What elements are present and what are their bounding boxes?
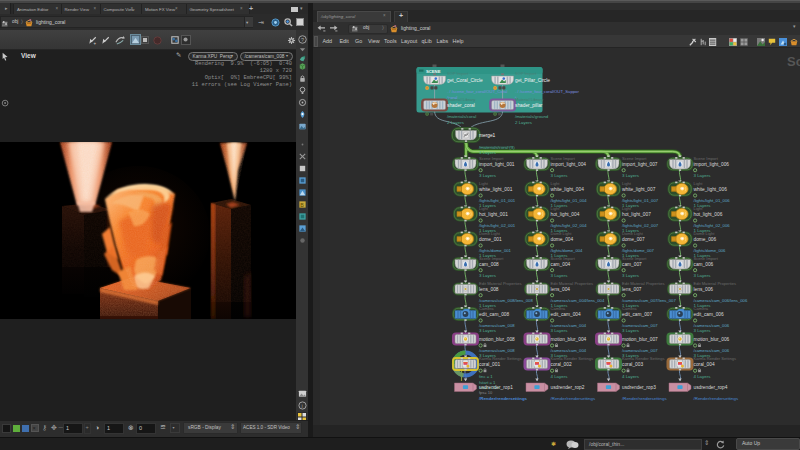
svg-text:import_light_004: import_light_004 [551,162,587,167]
svg-text:/cameras/cam_004: /cameras/cam_004 [551,323,587,328]
svg-text:Light: Light [622,181,632,186]
svg-text:Light: Light [551,206,561,211]
svg-text:3 Layers: 3 Layers [694,273,712,278]
svg-text:white_light_001: white_light_001 [479,187,513,192]
svg-text:3 Layers: 3 Layers [622,173,640,178]
svg-text:lens_006: lens_006 [694,287,714,292]
svg-text:3 Layers: 3 Layers [622,273,640,278]
svg-text:hot_light_004: hot_light_004 [551,212,580,217]
svg-text:/cameras/cam_004: /cameras/cam_004 [551,348,587,353]
svg-text:3 Layers: 3 Layers [694,328,712,333]
svg-text:dome_006: dome_006 [694,237,717,242]
svg-text:B: B [300,202,304,208]
svg-text:/lights/light_02_006: /lights/light_02_006 [694,223,731,228]
svg-text:3 Layers: 3 Layers [479,173,497,178]
svg-text:/lights/dome_007: /lights/dome_007 [622,248,655,253]
svg-text:fps= 10: fps= 10 [479,390,493,395]
svg-text:dome_001: dome_001 [479,237,502,242]
svg-text:cam_007: cam_007 [622,262,642,267]
svg-text:get_Coral_Circle: get_Coral_Circle [447,78,483,83]
svg-text:Edit Material Properties: Edit Material Properties [622,281,665,286]
svg-text:/cameras/cam_008: /cameras/cam_008 [479,323,515,328]
svg-text:/Render/rendersettings: /Render/rendersettings [479,396,528,401]
svg-text:Camera: Camera [622,306,637,311]
svg-text:coral_004: coral_004 [694,362,715,367]
svg-text:3 Layers: 3 Layers [551,273,569,278]
svg-text:cam_006: cam_006 [694,262,714,267]
svg-text:/lights/dome_001: /lights/dome_001 [479,248,512,253]
svg-text:edit_cam_008: edit_cam_008 [479,312,509,317]
svg-text:3 Layers: 3 Layers [694,173,712,178]
svg-text:Scene Import: Scene Import [479,156,504,161]
svg-text:shader_pillar: shader_pillar [515,103,543,108]
svg-text:Light: Light [551,181,561,186]
svg-text:Material Library: Material Library [447,97,476,102]
svg-text:3 Layers: 3 Layers [551,173,569,178]
svg-text:white_light_006: white_light_006 [694,187,728,192]
svg-text:?: ? [301,36,304,42]
svg-text:hot_light_006: hot_light_006 [694,212,723,217]
svg-text:Scene Import: Scene Import [551,256,576,261]
svg-text:usdrender_rop3: usdrender_rop3 [622,385,656,390]
svg-text:3 Layers: 3 Layers [551,328,569,333]
svg-text:/cameras/cam_006: /cameras/cam_006 [694,323,730,328]
svg-text:motion_blur_004: motion_blur_004 [551,337,587,342]
svg-text:/Render/rendersettings: /Render/rendersettings [622,396,667,401]
svg-text:Dome Light: Dome Light [551,231,573,236]
svg-text:edit_cam_007: edit_cam_007 [622,312,652,317]
svg-text:Karma Render Settings: Karma Render Settings [479,356,522,361]
svg-text:Light: Light [694,181,704,186]
svg-text:Scene Import: Scene Import [622,256,647,261]
svg-text:2 Layers: 2 Layers [447,120,465,125]
svg-text:4 Layers: 4 Layers [622,374,640,379]
svg-text:edit_cam_004: edit_cam_004 [551,312,581,317]
svg-text:. / /scene_four_coral/OUT_Cora: . / /scene_four_coral/OUT_Coral [447,89,507,94]
svg-text:/cameras/cam_007: /cameras/cam_007 [622,323,658,328]
svg-text:Camera: Camera [551,306,566,311]
svg-text:dome_007: dome_007 [622,237,645,242]
svg-text:lens_008: lens_008 [479,287,499,292]
svg-text:Dome Light: Dome Light [694,231,716,236]
svg-text:white_light_004: white_light_004 [551,187,585,192]
svg-text:+: + [93,41,96,45]
svg-text:shader_coral: shader_coral [447,103,475,108]
svg-text:Edit Material Properties: Edit Material Properties [479,281,522,286]
svg-text:/lights/dome_004: /lights/dome_004 [551,248,584,253]
svg-text:/cameras/cam_008/lens_008: /cameras/cam_008/lens_008 [479,298,533,303]
svg-text:Dome Light: Dome Light [479,231,501,236]
svg-text:motion_blur_006: motion_blur_006 [694,337,730,342]
svg-text:Camera: Camera [694,306,709,311]
svg-text:/cameras/cam_007: /cameras/cam_007 [622,348,658,353]
svg-text:/cameras/cam_006/lens_006: /cameras/cam_006/lens_006 [694,298,748,303]
svg-text:/lights/light_02_007: /lights/light_02_007 [622,223,659,228]
svg-text:cam_004: cam_004 [551,262,571,267]
svg-text:lens_004: lens_004 [551,287,571,292]
svg-text:3 Layers: 3 Layers [479,328,497,333]
svg-text:/lights/light_02_001: /lights/light_02_001 [479,223,516,228]
svg-text:3 Layers: 3 Layers [479,273,497,278]
svg-text:. / /scene_four_coral/OUT_Supp: . / /scene_four_coral/OUT_Suppor [515,89,579,94]
svg-text:/materials/coral: /materials/coral [447,114,476,119]
svg-text:/materials/ground: /materials/ground [515,114,549,119]
svg-text:import_light_001: import_light_001 [479,162,515,167]
svg-text:Camera: Camera [479,306,494,311]
svg-text:/lights/light_01_004: /lights/light_01_004 [551,198,588,203]
svg-text:Edit Material Properties: Edit Material Properties [551,281,594,286]
svg-text:Scene Import: Scene Import [479,256,504,261]
svg-text:i: i [301,403,302,409]
svg-text:Scene Import: Scene Import [622,156,647,161]
svg-text:Light: Light [479,206,489,211]
svg-text:Scene Import: Scene Import [694,256,719,261]
svg-text:merge1: merge1 [479,133,496,138]
svg-text:dome_004: dome_004 [551,237,574,242]
svg-text:get_Pillar_Circle: get_Pillar_Circle [515,78,550,83]
svg-text:motion_blur_008: motion_blur_008 [479,337,515,342]
svg-text:usdrender_rop4: usdrender_rop4 [694,385,728,390]
svg-text:SCENE: SCENE [426,69,441,74]
svg-text:coral_003: coral_003 [622,362,643,367]
svg-text:/cameras/cam_007/lens_007: /cameras/cam_007/lens_007 [622,298,676,303]
svg-text:/lights/light_01_001: /lights/light_01_001 [479,198,516,203]
svg-text:coral_002: coral_002 [551,362,572,367]
svg-text:Dome Light: Dome Light [622,231,644,236]
svg-text:/lights/light_02_004: /lights/light_02_004 [551,223,588,228]
